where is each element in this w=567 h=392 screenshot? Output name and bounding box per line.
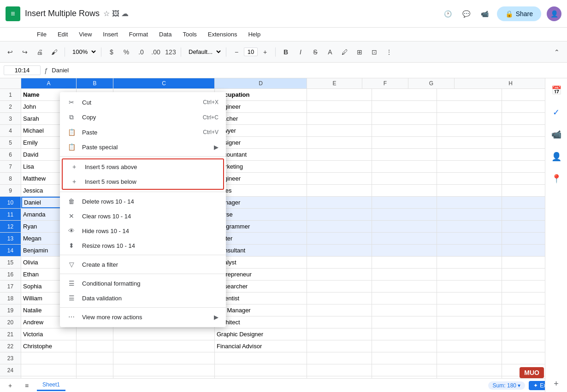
cell-empty[interactable]: [372, 197, 437, 208]
cell-occupation[interactable]: Analyst: [215, 257, 307, 268]
cell-occupation[interactable]: Occupation: [215, 89, 307, 100]
cell-occupation[interactable]: Financial Advisor: [215, 340, 307, 352]
cell-email[interactable]: [113, 364, 215, 376]
cell-empty[interactable]: [437, 304, 502, 316]
cell-occupation[interactable]: Consultant: [215, 245, 307, 256]
col-header-c[interactable]: C: [113, 78, 215, 88]
cell-empty[interactable]: [372, 293, 437, 304]
menu-tools[interactable]: Tools: [178, 29, 201, 40]
cell-empty[interactable]: [372, 340, 437, 352]
cell-age[interactable]: [77, 364, 113, 376]
row-number[interactable]: 13: [0, 233, 21, 244]
cell-empty[interactable]: [307, 161, 372, 172]
menu-format[interactable]: Format: [124, 29, 153, 40]
row-number[interactable]: 16: [0, 269, 21, 280]
cell-occupation[interactable]: Architect: [215, 316, 307, 328]
cell-occupation[interactable]: Accountant: [215, 149, 307, 160]
cell-empty[interactable]: [307, 113, 372, 124]
cell-occupation[interactable]: Manager: [215, 197, 307, 208]
font-size-decrease[interactable]: −: [230, 46, 243, 59]
cell-empty[interactable]: [307, 304, 372, 316]
ctx-hide-rows[interactable]: 👁 Hide rows 10 - 14: [60, 223, 226, 238]
cell-empty[interactable]: [372, 281, 437, 292]
row-number[interactable]: 3: [0, 113, 21, 124]
col-header-b[interactable]: B: [77, 78, 113, 88]
zoom-select[interactable]: 100%: [69, 47, 97, 57]
ctx-cut[interactable]: ✂ Cut Ctrl+X: [60, 95, 226, 110]
row-number[interactable]: 10: [0, 197, 21, 208]
cell-empty[interactable]: [307, 328, 372, 340]
cell-empty[interactable]: [437, 293, 502, 304]
sheet-options-button[interactable]: ≡: [20, 379, 33, 392]
ctx-insert-above[interactable]: + Insert 5 rows above: [63, 159, 223, 174]
cell-name[interactable]: [21, 364, 77, 376]
cell-empty[interactable]: [372, 161, 437, 172]
cell-age[interactable]: [77, 328, 113, 340]
ctx-delete-rows[interactable]: 🗑 Delete rows 10 - 14: [60, 194, 226, 209]
cell-empty[interactable]: [437, 209, 502, 220]
ctx-insert-below[interactable]: + Insert 5 rows below: [63, 174, 223, 189]
sidebar-maps-icon[interactable]: 📍: [548, 170, 565, 187]
cell-empty[interactable]: [307, 137, 372, 148]
font-size-increase[interactable]: +: [259, 46, 272, 59]
dec-increase-button[interactable]: .00: [149, 46, 162, 59]
cell-age[interactable]: [77, 352, 113, 364]
dec-decrease-button[interactable]: .0: [135, 46, 148, 59]
row-number[interactable]: 12: [0, 221, 21, 232]
cell-empty[interactable]: [372, 137, 437, 148]
row-number[interactable]: 11: [0, 209, 21, 220]
row-number[interactable]: 5: [0, 137, 21, 148]
sidebar-add-icon[interactable]: +: [548, 375, 565, 392]
paint-format-button[interactable]: 🖌: [48, 46, 61, 59]
cell-empty[interactable]: [372, 245, 437, 256]
cell-empty[interactable]: [372, 304, 437, 316]
cell-occupation[interactable]: Engineer: [215, 173, 307, 184]
row-number[interactable]: 2: [0, 101, 21, 112]
menu-file[interactable]: File: [32, 29, 51, 40]
cell-occupation[interactable]: [215, 364, 307, 376]
italic-button[interactable]: I: [294, 46, 307, 59]
sidebar-tasks-icon[interactable]: ✓: [548, 104, 565, 121]
chat-icon[interactable]: 💬: [460, 7, 473, 20]
row-number[interactable]: 14: [0, 245, 21, 256]
cell-empty[interactable]: [372, 113, 437, 124]
sum-badge[interactable]: Sum: 180 ▾: [488, 381, 526, 390]
cell-email[interactable]: [113, 352, 215, 364]
row-number[interactable]: 7: [0, 161, 21, 172]
cell-empty[interactable]: [372, 173, 437, 184]
add-sheet-button[interactable]: +: [4, 379, 17, 392]
cell-empty[interactable]: [372, 101, 437, 112]
cell-empty[interactable]: [372, 149, 437, 160]
ctx-data-validation[interactable]: ☰ Data validation: [60, 291, 226, 305]
cell-empty[interactable]: [437, 197, 502, 208]
cell-empty[interactable]: [307, 125, 372, 136]
cell-occupation[interactable]: Writer: [215, 233, 307, 244]
sidebar-contacts-icon[interactable]: 👤: [548, 148, 565, 165]
cell-occupation[interactable]: Marketing: [215, 161, 307, 172]
history-icon[interactable]: 🕐: [442, 7, 455, 20]
cell-empty[interactable]: [307, 257, 372, 268]
ctx-paste[interactable]: 📋 Paste Ctrl+V: [60, 125, 226, 140]
cell-empty[interactable]: [437, 185, 502, 196]
cell-empty[interactable]: [372, 221, 437, 232]
cell-empty[interactable]: [372, 233, 437, 244]
row-number[interactable]: 19: [0, 304, 21, 316]
cell-empty[interactable]: [307, 293, 372, 304]
row-number[interactable]: 17: [0, 281, 21, 292]
row-number[interactable]: 8: [0, 173, 21, 184]
sidebar-meet-icon[interactable]: 📹: [548, 126, 565, 143]
col-header-f[interactable]: F: [362, 78, 408, 88]
cell-empty[interactable]: [437, 221, 502, 232]
cell-empty[interactable]: [307, 352, 372, 364]
cell-empty[interactable]: [437, 161, 502, 172]
row-number[interactable]: 1: [0, 89, 21, 100]
row-number[interactable]: 20: [0, 316, 21, 328]
meet-icon[interactable]: 📹: [478, 7, 491, 20]
avatar[interactable]: 👤: [547, 6, 561, 21]
ctx-clear-rows[interactable]: ✕ Clear rows 10 - 14: [60, 209, 226, 223]
cell-occupation[interactable]: Lawyer: [215, 125, 307, 136]
menu-insert[interactable]: Insert: [98, 29, 123, 40]
row-number[interactable]: 21: [0, 328, 21, 340]
cell-occupation[interactable]: HR Manager: [215, 304, 307, 316]
cell-empty[interactable]: [307, 173, 372, 184]
